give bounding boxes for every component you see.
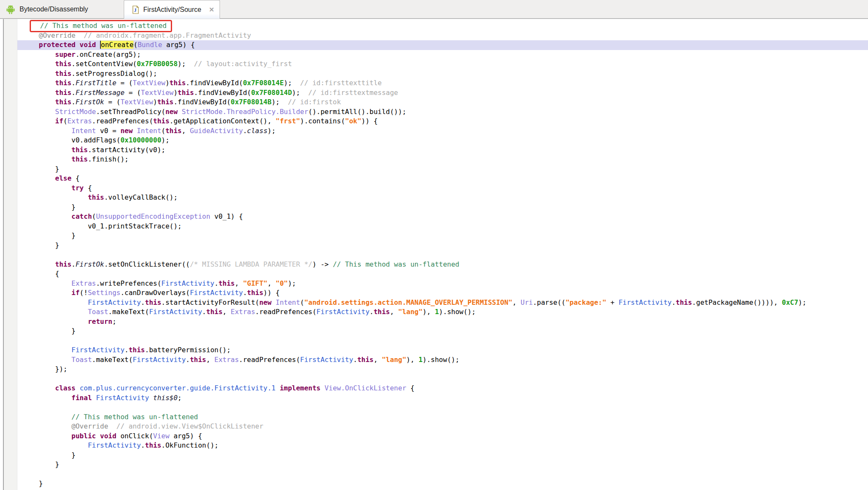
code-token: "lang" <box>382 356 406 364</box>
code-token: ) <box>165 79 170 87</box>
code-line: } <box>17 451 868 460</box>
code-token <box>22 31 39 39</box>
code-line: public void onClick(View arg5) { <box>17 432 868 441</box>
code-token: . <box>243 127 247 135</box>
code-token: )) { <box>263 289 280 297</box>
code-token: = ( <box>104 98 121 106</box>
code-token: this <box>72 146 88 154</box>
code-token: .findViewById( <box>173 98 231 106</box>
code-token: TextView <box>141 89 173 97</box>
code-token: class <box>55 384 75 392</box>
code-token: v0.addFlags( <box>22 136 120 144</box>
code-token: v0_1) { <box>210 212 243 220</box>
code-token: { <box>22 270 59 278</box>
code-line: super.onCreate(arg5); <box>17 50 868 60</box>
code-token <box>22 260 55 268</box>
code-token: new <box>165 108 178 116</box>
code-token: .findViewById( <box>186 79 243 87</box>
code-token: // id:firstok <box>280 98 341 106</box>
code-token: public void <box>72 432 117 440</box>
code-token: FirstActivity <box>190 289 243 297</box>
code-token: Intent <box>137 127 161 135</box>
code-token <box>22 317 88 326</box>
decompiler-window: Bytecode/Disassembly J FirstActivity/Sou… <box>0 0 868 490</box>
code-token: this <box>206 308 223 316</box>
code-token: .volleyCallBack(); <box>104 193 178 201</box>
code-token: TextView <box>133 79 165 87</box>
code-token: , <box>235 279 243 287</box>
code-token: // id:firsttextmessage <box>300 89 398 97</box>
code-token: ().permitAll().build()); <box>308 108 406 116</box>
tab-bytecode-disassembly[interactable]: Bytecode/Disassembly <box>0 0 124 18</box>
code-token: . <box>141 441 145 449</box>
code-token: View.OnClickListener <box>325 384 406 392</box>
code-line: } <box>17 460 868 470</box>
code-token: } <box>22 327 75 335</box>
code-token: { <box>72 174 80 182</box>
code-token: final <box>72 394 92 402</box>
code-line: this.setContentView(0x7F0B0058); // layo… <box>17 59 868 69</box>
code-token: this <box>55 79 72 87</box>
code-token: this <box>247 289 264 297</box>
code-token: "GIFT" <box>243 279 267 287</box>
code-token: this <box>88 193 104 201</box>
code-line: this.startActivity(v0); <box>17 145 868 155</box>
code-token: 1 <box>435 308 439 316</box>
code-token: ) <box>153 98 157 106</box>
occurrence-highlight: onCreate <box>100 41 134 49</box>
code-line <box>17 250 868 260</box>
code-token: if <box>55 117 63 125</box>
code-line: { <box>17 269 868 279</box>
code-token: this <box>55 260 72 268</box>
code-token <box>22 346 72 354</box>
code-token <box>22 89 55 97</box>
code-line: try { <box>17 184 868 193</box>
code-token: + <box>606 298 619 306</box>
code-token <box>22 146 72 154</box>
code-token: // androidx.fragment.app.FragmentActivit… <box>75 31 251 39</box>
code-token: .readPrefences( <box>92 117 153 125</box>
code-token <box>22 193 88 201</box>
code-token: . <box>72 89 76 97</box>
code-token: "package:" <box>565 298 606 306</box>
code-token: if <box>72 289 80 297</box>
code-token: } <box>22 479 43 487</box>
code-token: "0" <box>275 279 288 287</box>
code-token: Extras <box>67 117 92 125</box>
code-token <box>22 70 55 78</box>
code-token: FirstActivity <box>72 346 125 354</box>
code-token <box>22 108 55 116</box>
code-token: ( <box>300 298 304 306</box>
code-line: } <box>17 479 868 489</box>
code-token: ).contains( <box>300 117 345 125</box>
code-token <box>22 117 55 125</box>
code-token: 1 <box>418 356 423 364</box>
close-tab-icon[interactable]: ✕ <box>209 6 214 13</box>
code-line: } <box>17 231 868 241</box>
code-line: @Override // androidx.fragment.app.Fragm… <box>17 31 868 41</box>
code-token <box>133 127 137 135</box>
code-token: ; <box>112 317 117 326</box>
code-line: @Override // android.view.View$OnClickLi… <box>17 422 868 432</box>
code-line: } <box>17 326 868 336</box>
code-line <box>17 374 868 384</box>
code-line: StrictMode.setThreadPolicy(new StrictMod… <box>17 107 868 117</box>
code-token: Toast <box>72 356 92 364</box>
code-token <box>22 432 72 440</box>
code-token: 0x7F0B0058 <box>137 60 178 68</box>
code-token: = ( <box>125 89 141 97</box>
code-line: v0_1.printStackTrace(); <box>17 222 868 231</box>
code-token: FirstActivity <box>133 356 186 364</box>
code-token: ) -> <box>312 260 333 268</box>
code-token: .setOnClickListener(( <box>104 260 190 268</box>
java-source-file-icon: J <box>132 6 139 14</box>
code-token: .canDrawOverlays( <box>120 289 190 297</box>
tab-firstactivity-source[interactable]: J FirstActivity/Source ✕ <box>124 0 220 19</box>
code-token: @Override <box>39 31 76 39</box>
code-editor[interactable]: // This method was un-flattened @Overrid… <box>17 19 868 490</box>
code-token: . <box>72 98 76 106</box>
tab-label: Bytecode/Disassembly <box>19 6 88 13</box>
code-token: (! <box>80 289 88 297</box>
code-token: . <box>72 260 76 268</box>
code-token: "frst" <box>275 117 300 125</box>
